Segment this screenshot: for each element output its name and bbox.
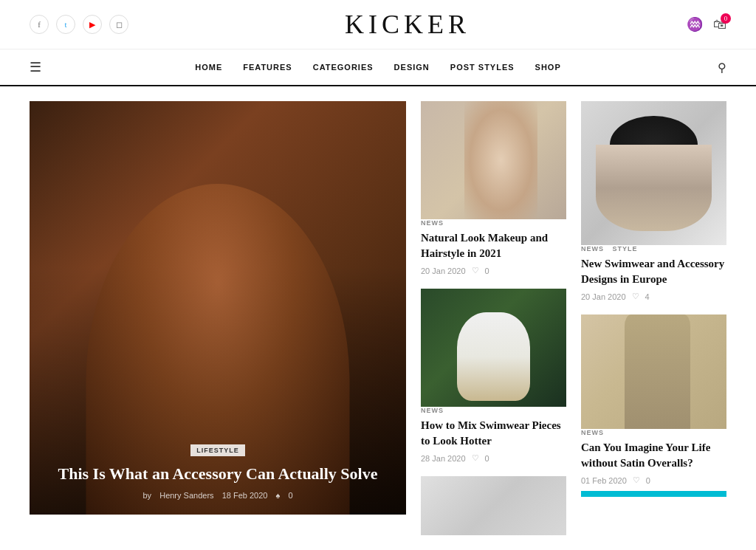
- cart-icon[interactable]: 🛍 0: [713, 17, 726, 32]
- featured-date: 18 Feb 2020: [222, 491, 268, 500]
- featured-author-label: by: [143, 491, 152, 500]
- header-actions: ♒ 🛍 0: [687, 16, 726, 32]
- user-icon[interactable]: ♒: [687, 16, 703, 32]
- article-swimwear-comment-icon: ♡: [472, 453, 479, 463]
- article-swimwear-comments: 0: [485, 454, 489, 463]
- featured-author: Henry Sanders: [159, 491, 213, 500]
- nav-shop[interactable]: SHOP: [535, 63, 561, 72]
- nav-home[interactable]: HOME: [195, 63, 222, 72]
- article-swimwear-meta: 28 Jan 2020 ♡ 0: [421, 453, 566, 463]
- article-hat-meta: 20 Jan 2020 ♡ 4: [581, 292, 726, 301]
- article-swimwear[interactable]: NEWS How to Mix Swimwear Pieces to Look …: [421, 289, 566, 463]
- article-makeup-tag: NEWS: [421, 219, 566, 227]
- article-overalls-comment-icon: ♡: [633, 475, 640, 485]
- article-partial[interactable]: [421, 476, 566, 535]
- article-swimwear-title: How to Mix Swimwear Pieces to Look Hotte…: [421, 418, 566, 449]
- article-makeup[interactable]: NEWS Natural Look Makeup and Hairstyle i…: [421, 101, 566, 275]
- twitter-icon[interactable]: t: [56, 15, 75, 34]
- article-makeup-date: 20 Jan 2020: [421, 267, 466, 275]
- nav-features[interactable]: FEATURES: [243, 63, 292, 72]
- article-overalls-tag: NEWS: [581, 429, 726, 436]
- article-makeup-comment-icon: ♡: [472, 266, 479, 275]
- featured-comments: 0: [288, 491, 292, 500]
- article-hat-date: 20 Jan 2020: [581, 292, 626, 301]
- youtube-icon[interactable]: ▶: [83, 15, 102, 34]
- article-overalls-comments: 0: [646, 476, 650, 485]
- teal-accent-bar: [581, 491, 726, 497]
- nav-links: HOME FEATURES CATEGORIES DESIGN POST STY…: [195, 63, 561, 72]
- top-bar: f t ▶ ◻ KICKER ♒ 🛍 0: [0, 0, 756, 49]
- nav-categories[interactable]: CATEGORIES: [313, 63, 374, 72]
- hamburger-menu[interactable]: ☰: [30, 59, 41, 75]
- nav-design[interactable]: DESIGN: [394, 63, 430, 72]
- article-hat-comment-icon: ♡: [632, 292, 639, 301]
- article-makeup-meta: 20 Jan 2020 ♡ 0: [421, 266, 566, 275]
- article-overalls-meta: 01 Feb 2020 ♡ 0: [581, 475, 726, 485]
- article-hat-image: [581, 101, 726, 245]
- instagram-icon[interactable]: ◻: [109, 15, 128, 34]
- article-overalls-date: 01 Feb 2020: [581, 476, 627, 485]
- site-logo[interactable]: KICKER: [345, 9, 470, 40]
- article-partial-image: [421, 476, 566, 535]
- nav-post-styles[interactable]: POST STYLES: [450, 63, 515, 72]
- article-overalls[interactable]: NEWS Can You Imagine Your Life without S…: [581, 314, 726, 497]
- featured-meta: by Henry Sanders 18 Feb 2020 ♠ 0: [44, 491, 391, 500]
- column-2: NEWS Natural Look Makeup and Hairstyle i…: [421, 101, 566, 535]
- article-swimwear-image: [421, 289, 566, 407]
- article-makeup-image: [421, 101, 566, 219]
- cart-badge: 0: [721, 13, 731, 24]
- article-swimwear-tag: NEWS: [421, 407, 566, 414]
- article-hat-tag: NEWS STYLE: [581, 245, 726, 252]
- article-hat[interactable]: NEWS STYLE New Swimwear and Accessory De…: [581, 101, 726, 301]
- featured-article[interactable]: LIFESTYLE This Is What an Accessory Can …: [30, 101, 406, 515]
- main-content: LIFESTYLE This Is What an Accessory Can …: [0, 86, 756, 550]
- featured-overlay: LIFESTYLE This Is What an Accessory Can …: [30, 429, 406, 515]
- featured-comment-icon: ♠: [275, 491, 280, 500]
- featured-category: LIFESTYLE: [190, 444, 245, 456]
- facebook-icon[interactable]: f: [30, 15, 49, 34]
- article-hat-comments: 4: [645, 292, 650, 301]
- article-makeup-comments: 0: [485, 267, 489, 275]
- featured-title: This Is What an Accessory Can Actually S…: [44, 464, 391, 485]
- nav-bar: ☰ HOME FEATURES CATEGORIES DESIGN POST S…: [0, 49, 756, 86]
- column-3: NEWS STYLE New Swimwear and Accessory De…: [581, 101, 726, 535]
- article-overalls-image: [581, 314, 726, 429]
- article-makeup-title: Natural Look Makeup and Hairstyle in 202…: [421, 230, 566, 261]
- search-icon[interactable]: ⚲: [718, 61, 726, 75]
- article-hat-title: New Swimwear and Accessory Designs in Eu…: [581, 256, 726, 287]
- article-swimwear-date: 28 Jan 2020: [421, 454, 466, 463]
- article-overalls-title: Can You Imagine Your Life without Satin …: [581, 440, 726, 471]
- social-icons: f t ▶ ◻: [30, 15, 128, 34]
